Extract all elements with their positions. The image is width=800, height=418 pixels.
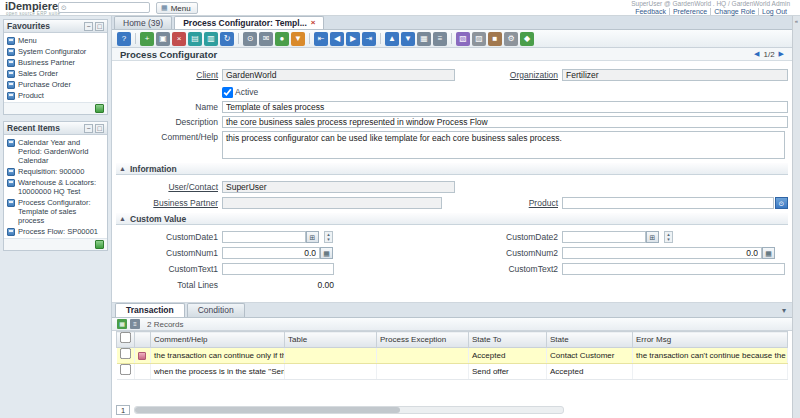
maximize-icon[interactable]: □: [95, 22, 104, 31]
business-partner-label[interactable]: Business Partner: [112, 197, 218, 210]
horizontal-scrollbar[interactable]: [134, 406, 564, 414]
customdate1-field[interactable]: [222, 231, 306, 243]
recent-item-process-configurator[interactable]: Process Configurator: Template of sales …: [6, 197, 105, 226]
recent-item-requisition[interactable]: Requisition: 900000: [6, 166, 105, 177]
minimize-icon[interactable]: −: [84, 22, 93, 31]
workflow-icon[interactable]: ◆: [520, 32, 534, 46]
last-record-icon[interactable]: ⇥: [362, 32, 376, 46]
tab-condition[interactable]: Condition: [187, 303, 245, 317]
sidebar-item-business-partner[interactable]: Business Partner: [6, 57, 105, 68]
row-attachment-icon[interactable]: [138, 352, 146, 360]
calendar-icon[interactable]: ⊞: [646, 231, 659, 243]
user-contact-field[interactable]: [222, 181, 455, 193]
detail-record-icon[interactable]: ▼: [401, 32, 415, 46]
user-contact-label[interactable]: User/Contact: [112, 181, 218, 194]
chat-icon[interactable]: ●: [275, 32, 289, 46]
help-icon[interactable]: ?: [117, 32, 131, 46]
first-record-icon[interactable]: ⇤: [314, 32, 328, 46]
refresh-icon[interactable]: ↻: [220, 32, 234, 46]
change-role-link[interactable]: Change Role: [711, 8, 759, 15]
close-icon[interactable]: ×: [311, 17, 316, 29]
panel-toggle-icon[interactable]: [95, 240, 104, 249]
logout-link[interactable]: Log Out: [759, 8, 790, 15]
calendar-icon[interactable]: ⊞: [306, 231, 319, 243]
column-state-to[interactable]: State To: [469, 332, 547, 348]
copy-record-icon[interactable]: ▣: [156, 32, 170, 46]
next-record-icon[interactable]: ▶: [346, 32, 360, 46]
sidebar-item-menu[interactable]: Menu: [6, 35, 105, 46]
organization-field[interactable]: [562, 69, 788, 81]
column-comment-help[interactable]: Comment/Help: [151, 332, 285, 348]
select-all-checkbox[interactable]: [120, 332, 131, 343]
sidebar-item-purchase-order[interactable]: Purchase Order: [6, 79, 105, 90]
detail-grid-icon[interactable]: ▦: [117, 319, 127, 329]
row-checkbox[interactable]: [120, 364, 131, 375]
name-field[interactable]: [222, 101, 788, 113]
expand-east-panel-icon[interactable]: «: [795, 18, 798, 24]
sidebar-item-product[interactable]: Product: [6, 90, 105, 101]
product-field[interactable]: [562, 197, 774, 209]
comment-help-field[interactable]: this process configurator can be used li…: [222, 131, 785, 159]
page-number-box[interactable]: 1: [116, 405, 130, 415]
export-icon[interactable]: ▼: [291, 32, 305, 46]
organization-label[interactable]: Organization: [452, 69, 558, 82]
print-icon[interactable]: ▨: [472, 32, 486, 46]
tab-transaction[interactable]: Transaction: [115, 303, 185, 317]
customnum2-field[interactable]: [562, 247, 762, 259]
table-row[interactable]: the transaction can continue only if the…: [117, 348, 788, 364]
panel-toggle-icon[interactable]: [95, 104, 104, 113]
delete-record-icon[interactable]: ×: [172, 32, 186, 46]
product-label[interactable]: Product: [452, 197, 558, 210]
product-lookup-icon[interactable]: ⊙: [775, 197, 788, 209]
active-checkbox[interactable]: [222, 87, 233, 98]
client-field[interactable]: [222, 69, 455, 81]
customdate2-stepper[interactable]: ▴ ▾: [664, 231, 673, 243]
scrollbar-thumb[interactable]: [135, 407, 400, 413]
information-section-header[interactable]: ▲ Information: [116, 163, 788, 175]
parent-record-icon[interactable]: ▲: [385, 32, 399, 46]
tab-home[interactable]: Home (39): [114, 16, 172, 29]
find-icon[interactable]: ⊙: [243, 32, 257, 46]
feedback-link[interactable]: Feedback: [632, 8, 670, 15]
column-table[interactable]: Table: [285, 332, 377, 348]
customtext1-field[interactable]: [222, 263, 334, 275]
grid-toggle-icon[interactable]: ▦: [417, 32, 431, 46]
sidebar-item-system-configurator[interactable]: System Configurator: [6, 46, 105, 57]
menu-button[interactable]: ▦ Menu: [156, 2, 198, 14]
new-record-icon[interactable]: +: [140, 32, 154, 46]
east-panel-collapsed[interactable]: «: [792, 16, 800, 418]
column-process-exception[interactable]: Process Exception: [377, 332, 469, 348]
recent-item-process-flow[interactable]: Process Flow: SP00001: [6, 226, 105, 237]
description-field[interactable]: [222, 116, 788, 128]
previous-page-icon[interactable]: ◀: [754, 50, 759, 58]
recent-item-calendar-year[interactable]: Calendar Year and Period: GardenWorld Ca…: [6, 137, 105, 166]
save-icon[interactable]: ▤: [188, 32, 202, 46]
attachment-icon[interactable]: ✉: [259, 32, 273, 46]
history-icon[interactable]: ≡: [433, 32, 447, 46]
calculator-icon[interactable]: ▦: [762, 247, 775, 259]
table-row[interactable]: when the process is in the state "Send o…: [117, 364, 788, 380]
custom-value-section-header[interactable]: ▲ Custom Value: [116, 213, 788, 225]
sidebar-item-sales-order[interactable]: Sales Order: [6, 68, 105, 79]
process-icon[interactable]: ⚙: [504, 32, 518, 46]
archive-icon[interactable]: ■: [488, 32, 502, 46]
row-checkbox[interactable]: [120, 348, 131, 359]
previous-record-icon[interactable]: ◀: [330, 32, 344, 46]
search-input[interactable]: [69, 3, 139, 12]
preference-link[interactable]: Preference: [670, 8, 711, 15]
maximize-icon[interactable]: □: [95, 124, 104, 133]
customdate2-field[interactable]: [562, 231, 646, 243]
detail-rows-icon[interactable]: ≡: [130, 319, 140, 329]
customtext2-field[interactable]: [562, 263, 785, 275]
customdate1-stepper[interactable]: ▴ ▾: [324, 231, 333, 243]
recent-item-warehouse[interactable]: Warehouse & Locators: 10000000 HQ Test: [6, 177, 105, 197]
report-icon[interactable]: ▧: [456, 32, 470, 46]
detail-collapse-icon[interactable]: ▾: [782, 306, 786, 315]
minimize-icon[interactable]: −: [84, 124, 93, 133]
client-label[interactable]: Client: [112, 69, 218, 82]
customnum1-field[interactable]: [222, 247, 320, 259]
tab-process-configurator[interactable]: Process Configurator: Templ... ×: [174, 16, 324, 29]
column-error-msg[interactable]: Error Msg: [633, 332, 788, 348]
column-state[interactable]: State: [547, 332, 633, 348]
calculator-icon[interactable]: ▦: [320, 247, 333, 259]
